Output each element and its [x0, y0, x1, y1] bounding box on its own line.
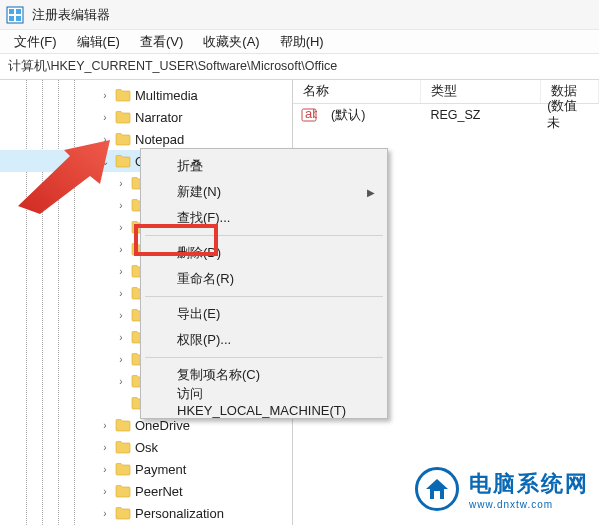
folder-icon — [115, 418, 131, 432]
submenu-arrow-icon: ▶ — [367, 187, 375, 198]
ctx-collapse[interactable]: 折叠 — [143, 153, 385, 179]
tree-item-label: Multimedia — [135, 88, 198, 103]
folder-icon — [115, 440, 131, 454]
folder-icon — [115, 484, 131, 498]
tree-item[interactable]: ›Payment — [0, 458, 292, 480]
ctx-permissions[interactable]: 权限(P)... — [143, 327, 385, 353]
ctx-label: 重命名(R) — [177, 270, 234, 288]
menu-favorites[interactable]: 收藏夹(A) — [193, 31, 269, 53]
expand-icon[interactable]: › — [114, 198, 128, 212]
ctx-delete[interactable]: 删除(D) — [143, 240, 385, 266]
ctx-export[interactable]: 导出(E) — [143, 301, 385, 327]
svg-rect-9 — [434, 491, 440, 499]
tree-item[interactable]: ›Multimedia — [0, 84, 292, 106]
svg-text:ab: ab — [305, 107, 317, 121]
watermark-url: www.dnxtw.com — [469, 499, 589, 510]
ctx-goto-hklm[interactable]: 访问 HKEY_LOCAL_MACHINE(T) — [143, 388, 385, 414]
expand-icon[interactable]: › — [98, 462, 112, 476]
tree-item-label: Osk — [135, 440, 158, 455]
expand-icon[interactable]: › — [114, 352, 128, 366]
folder-icon — [115, 462, 131, 476]
col-name[interactable]: 名称 — [293, 80, 421, 103]
ctx-label: 查找(F)... — [177, 209, 230, 227]
tree-item[interactable]: ›Narrator — [0, 106, 292, 128]
expand-icon[interactable]: › — [98, 484, 112, 498]
expand-icon[interactable]: › — [114, 176, 128, 190]
ctx-label: 导出(E) — [177, 305, 220, 323]
expand-icon[interactable]: › — [98, 418, 112, 432]
ctx-label: 复制项名称(C) — [177, 366, 260, 384]
title-bar: 注册表编辑器 — [0, 0, 599, 30]
ctx-rename[interactable]: 重命名(R) — [143, 266, 385, 292]
tree-item-label: Personalization — [135, 506, 224, 521]
svg-rect-2 — [16, 9, 21, 14]
watermark-house-icon — [415, 467, 459, 511]
val-data: (数值未 — [537, 98, 599, 132]
svg-rect-3 — [9, 16, 14, 21]
expand-icon[interactable]: › — [114, 308, 128, 322]
tree-item[interactable]: ›PeerNet — [0, 480, 292, 502]
string-value-icon: ab — [301, 107, 317, 123]
tree-item-label: Notepad — [135, 132, 184, 147]
list-row-default[interactable]: ab (默认) REG_SZ (数值未 — [293, 104, 599, 126]
tree-item-label: Narrator — [135, 110, 183, 125]
menu-help[interactable]: 帮助(H) — [270, 31, 334, 53]
ctx-label: 删除(D) — [177, 244, 221, 262]
tree-item[interactable]: ›Personalization — [0, 502, 292, 524]
context-menu: 折叠 新建(N)▶ 查找(F)... 删除(D) 重命名(R) 导出(E) 权限… — [140, 148, 388, 419]
ctx-new[interactable]: 新建(N)▶ — [143, 179, 385, 205]
folder-icon — [115, 154, 131, 168]
expand-icon[interactable]: › — [98, 506, 112, 520]
folder-icon — [115, 110, 131, 124]
address-path: 计算机\HKEY_CURRENT_USER\Software\Microsoft… — [8, 58, 337, 75]
folder-icon — [115, 88, 131, 102]
tree-item-label: OneDrive — [135, 418, 190, 433]
tree-item-label: PeerNet — [135, 484, 183, 499]
expand-icon[interactable]: › — [114, 330, 128, 344]
expand-icon[interactable] — [114, 396, 128, 410]
val-type: REG_SZ — [420, 108, 537, 122]
ctx-label: 访问 HKEY_LOCAL_MACHINE(T) — [177, 385, 357, 418]
expand-icon[interactable]: › — [114, 374, 128, 388]
expand-icon[interactable]: › — [114, 242, 128, 256]
watermark-logo: 电脑系统网 www.dnxtw.com — [415, 467, 589, 511]
tree-item-label: Payment — [135, 462, 186, 477]
ctx-separator — [145, 235, 383, 236]
ctx-separator — [145, 357, 383, 358]
svg-rect-1 — [9, 9, 14, 14]
regedit-icon — [6, 6, 24, 24]
svg-rect-4 — [16, 16, 21, 21]
folder-icon — [115, 132, 131, 146]
address-bar[interactable]: 计算机\HKEY_CURRENT_USER\Software\Microsoft… — [0, 54, 599, 80]
folder-icon — [115, 506, 131, 520]
expand-icon[interactable]: › — [98, 110, 112, 124]
menu-view[interactable]: 查看(V) — [130, 31, 193, 53]
tree-item[interactable]: ›Osk — [0, 436, 292, 458]
ctx-separator — [145, 296, 383, 297]
ctx-label: 折叠 — [177, 157, 203, 175]
col-type[interactable]: 类型 — [421, 80, 541, 103]
expand-icon[interactable]: › — [114, 286, 128, 300]
menu-edit[interactable]: 编辑(E) — [67, 31, 130, 53]
expand-icon[interactable]: › — [98, 132, 112, 146]
expand-icon[interactable]: › — [114, 220, 128, 234]
menu-bar: 文件(F) 编辑(E) 查看(V) 收藏夹(A) 帮助(H) — [0, 30, 599, 54]
tree-item[interactable]: ›Notepad — [0, 128, 292, 150]
menu-file[interactable]: 文件(F) — [4, 31, 67, 53]
collapse-icon[interactable]: ⌄ — [98, 154, 112, 168]
ctx-label: 权限(P)... — [177, 331, 231, 349]
watermark-cn: 电脑系统网 — [469, 469, 589, 499]
expand-icon[interactable]: › — [98, 440, 112, 454]
ctx-label: 新建(N) — [177, 183, 221, 201]
val-name: (默认) — [321, 107, 420, 124]
window-title: 注册表编辑器 — [32, 6, 110, 24]
expand-icon[interactable]: › — [114, 264, 128, 278]
ctx-find[interactable]: 查找(F)... — [143, 205, 385, 231]
expand-icon[interactable]: › — [98, 88, 112, 102]
